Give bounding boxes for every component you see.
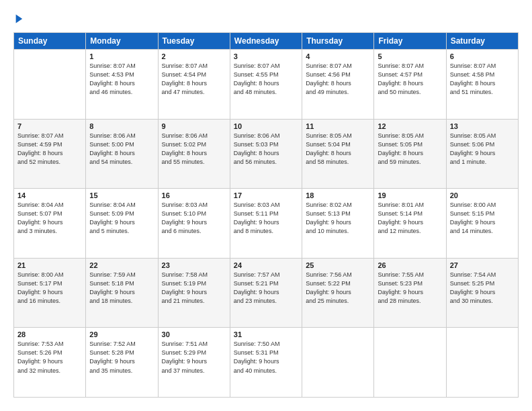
calendar-cell: 11Sunrise: 8:05 AMSunset: 5:04 PMDayligh…: [302, 119, 374, 189]
calendar-cell: 25Sunrise: 7:56 AMSunset: 5:22 PMDayligh…: [302, 258, 374, 328]
week-row-5: 28Sunrise: 7:53 AMSunset: 5:26 PMDayligh…: [14, 328, 519, 398]
day-info: Sunrise: 8:06 AMSunset: 5:00 PMDaylight:…: [89, 132, 154, 167]
day-info: Sunrise: 8:02 AMSunset: 5:13 PMDaylight:…: [306, 201, 370, 236]
day-info: Sunrise: 8:04 AMSunset: 5:09 PMDaylight:…: [89, 201, 154, 236]
day-info: Sunrise: 8:07 AMSunset: 4:57 PMDaylight:…: [378, 62, 442, 97]
day-info: Sunrise: 8:03 AMSunset: 5:10 PMDaylight:…: [162, 201, 226, 236]
day-info: Sunrise: 8:07 AMSunset: 4:56 PMDaylight:…: [306, 62, 370, 97]
week-row-3: 14Sunrise: 8:04 AMSunset: 5:07 PMDayligh…: [14, 189, 519, 259]
calendar-table: SundayMondayTuesdayWednesdayThursdayFrid…: [13, 32, 519, 398]
day-number: 25: [306, 261, 370, 269]
day-info: Sunrise: 7:56 AMSunset: 5:22 PMDaylight:…: [306, 271, 370, 306]
calendar-cell: [302, 328, 374, 398]
calendar-header: SundayMondayTuesdayWednesdayThursdayFrid…: [14, 33, 519, 50]
day-info: Sunrise: 7:54 AMSunset: 5:25 PMDaylight:…: [450, 271, 515, 306]
header-row: SundayMondayTuesdayWednesdayThursdayFrid…: [14, 33, 519, 50]
day-info: Sunrise: 8:07 AMSunset: 4:54 PMDaylight:…: [162, 62, 226, 97]
calendar-cell: 15Sunrise: 8:04 AMSunset: 5:09 PMDayligh…: [86, 189, 158, 259]
day-info: Sunrise: 7:52 AMSunset: 5:28 PMDaylight:…: [89, 340, 154, 375]
logo-flag-icon: [15, 13, 26, 24]
day-header-sunday: Sunday: [14, 33, 86, 50]
day-number: 12: [378, 122, 442, 130]
day-header-tuesday: Tuesday: [158, 33, 230, 50]
day-info: Sunrise: 7:59 AMSunset: 5:18 PMDaylight:…: [89, 271, 154, 306]
week-row-4: 21Sunrise: 8:00 AMSunset: 5:17 PMDayligh…: [14, 258, 519, 328]
calendar-cell: 30Sunrise: 7:51 AMSunset: 5:29 PMDayligh…: [158, 328, 230, 398]
calendar-cell: 27Sunrise: 7:54 AMSunset: 5:25 PMDayligh…: [446, 258, 518, 328]
calendar-cell: 12Sunrise: 8:05 AMSunset: 5:05 PMDayligh…: [374, 119, 446, 189]
day-info: Sunrise: 8:06 AMSunset: 5:02 PMDaylight:…: [162, 132, 226, 167]
calendar-cell: 18Sunrise: 8:02 AMSunset: 5:13 PMDayligh…: [302, 189, 374, 259]
day-header-friday: Friday: [374, 33, 446, 50]
day-number: 2: [162, 52, 226, 60]
calendar-cell: 26Sunrise: 7:55 AMSunset: 5:23 PMDayligh…: [374, 258, 446, 328]
calendar-cell: 31Sunrise: 7:50 AMSunset: 5:31 PMDayligh…: [230, 328, 302, 398]
calendar-cell: 13Sunrise: 8:05 AMSunset: 5:06 PMDayligh…: [446, 119, 518, 189]
day-info: Sunrise: 7:50 AMSunset: 5:31 PMDaylight:…: [234, 340, 298, 375]
day-info: Sunrise: 7:58 AMSunset: 5:19 PMDaylight:…: [162, 271, 226, 306]
day-number: 6: [450, 52, 515, 60]
day-header-wednesday: Wednesday: [230, 33, 302, 50]
calendar-cell: [374, 328, 446, 398]
calendar-cell: 16Sunrise: 8:03 AMSunset: 5:10 PMDayligh…: [158, 189, 230, 259]
calendar-cell: [446, 328, 518, 398]
calendar-cell: 2Sunrise: 8:07 AMSunset: 4:54 PMDaylight…: [158, 50, 230, 120]
day-number: 26: [378, 261, 442, 269]
day-number: 22: [89, 261, 154, 269]
day-number: 17: [234, 191, 298, 199]
day-number: 9: [162, 122, 226, 130]
calendar-cell: 3Sunrise: 8:07 AMSunset: 4:55 PMDaylight…: [230, 50, 302, 120]
day-number: 24: [234, 261, 298, 269]
day-info: Sunrise: 8:05 AMSunset: 5:04 PMDaylight:…: [306, 132, 370, 167]
calendar-cell: 19Sunrise: 8:01 AMSunset: 5:14 PMDayligh…: [374, 189, 446, 259]
day-number: 19: [378, 191, 442, 199]
day-info: Sunrise: 7:57 AMSunset: 5:21 PMDaylight:…: [234, 271, 298, 306]
calendar-cell: [14, 50, 86, 120]
day-info: Sunrise: 8:05 AMSunset: 5:06 PMDaylight:…: [450, 132, 515, 167]
calendar-cell: 24Sunrise: 7:57 AMSunset: 5:21 PMDayligh…: [230, 258, 302, 328]
calendar-cell: 22Sunrise: 7:59 AMSunset: 5:18 PMDayligh…: [86, 258, 158, 328]
calendar-cell: 20Sunrise: 8:00 AMSunset: 5:15 PMDayligh…: [446, 189, 518, 259]
day-number: 18: [306, 191, 370, 199]
day-number: 4: [306, 52, 370, 60]
day-info: Sunrise: 7:51 AMSunset: 5:29 PMDaylight:…: [162, 340, 226, 375]
day-header-thursday: Thursday: [302, 33, 374, 50]
day-number: 10: [234, 122, 298, 130]
day-info: Sunrise: 8:05 AMSunset: 5:05 PMDaylight:…: [378, 132, 442, 167]
day-number: 13: [450, 122, 515, 130]
page: SundayMondayTuesdayWednesdayThursdayFrid…: [0, 0, 532, 411]
svg-marker-0: [16, 15, 23, 24]
calendar-cell: 5Sunrise: 8:07 AMSunset: 4:57 PMDaylight…: [374, 50, 446, 120]
day-number: 20: [450, 191, 515, 199]
day-info: Sunrise: 7:55 AMSunset: 5:23 PMDaylight:…: [378, 271, 442, 306]
day-number: 8: [89, 122, 154, 130]
day-header-monday: Monday: [86, 33, 158, 50]
header: [13, 13, 519, 24]
day-info: Sunrise: 8:03 AMSunset: 5:11 PMDaylight:…: [234, 201, 298, 236]
day-number: 14: [17, 191, 82, 199]
day-number: 31: [234, 330, 298, 338]
day-info: Sunrise: 7:53 AMSunset: 5:26 PMDaylight:…: [17, 340, 82, 375]
calendar-cell: 21Sunrise: 8:00 AMSunset: 5:17 PMDayligh…: [14, 258, 86, 328]
calendar-cell: 29Sunrise: 7:52 AMSunset: 5:28 PMDayligh…: [86, 328, 158, 398]
day-number: 27: [450, 261, 515, 269]
day-number: 29: [89, 330, 154, 338]
day-number: 11: [306, 122, 370, 130]
day-info: Sunrise: 8:00 AMSunset: 5:15 PMDaylight:…: [450, 201, 515, 236]
calendar-cell: 1Sunrise: 8:07 AMSunset: 4:53 PMDaylight…: [86, 50, 158, 120]
day-number: 16: [162, 191, 226, 199]
day-info: Sunrise: 8:04 AMSunset: 5:07 PMDaylight:…: [17, 201, 82, 236]
calendar-cell: 28Sunrise: 7:53 AMSunset: 5:26 PMDayligh…: [14, 328, 86, 398]
week-row-1: 1Sunrise: 8:07 AMSunset: 4:53 PMDaylight…: [14, 50, 519, 120]
day-header-saturday: Saturday: [446, 33, 518, 50]
day-number: 21: [17, 261, 82, 269]
day-info: Sunrise: 8:00 AMSunset: 5:17 PMDaylight:…: [17, 271, 82, 306]
calendar-cell: 6Sunrise: 8:07 AMSunset: 4:58 PMDaylight…: [446, 50, 518, 120]
day-number: 1: [89, 52, 154, 60]
day-info: Sunrise: 8:07 AMSunset: 4:55 PMDaylight:…: [234, 62, 298, 97]
day-info: Sunrise: 8:06 AMSunset: 5:03 PMDaylight:…: [234, 132, 298, 167]
day-info: Sunrise: 8:07 AMSunset: 4:59 PMDaylight:…: [17, 132, 82, 167]
calendar-cell: 14Sunrise: 8:04 AMSunset: 5:07 PMDayligh…: [14, 189, 86, 259]
day-number: 23: [162, 261, 226, 269]
day-number: 30: [162, 330, 226, 338]
